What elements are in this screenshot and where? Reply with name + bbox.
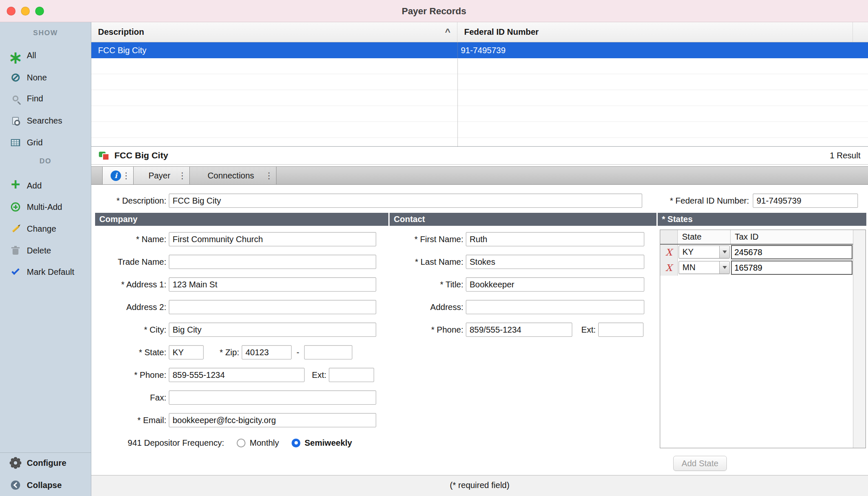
states-column-taxid[interactable]: Tax ID	[731, 230, 853, 244]
contact-phone-input[interactable]	[466, 323, 572, 337]
titlebar: Payer Records	[0, 0, 868, 22]
radio-monthly-label[interactable]: Monthly	[250, 438, 279, 448]
sidebar-item-grid[interactable]: Grid	[0, 134, 91, 151]
address2-input[interactable]	[169, 300, 376, 314]
sidebar-item-configure[interactable]: Configure	[0, 455, 91, 471]
delete-state-icon	[666, 263, 672, 273]
contact-address-label: Address:	[390, 302, 463, 312]
trash-icon	[9, 244, 22, 257]
column-label: Description	[98, 27, 144, 37]
section-header-states: * States	[658, 213, 866, 226]
collapse-icon	[9, 479, 22, 491]
zip-input[interactable]	[242, 345, 292, 359]
record-summary-bar: FCC Big City 1 Result	[91, 147, 868, 165]
title-input[interactable]	[466, 277, 644, 292]
sidebar-item-label: Change	[27, 224, 56, 234]
sidebar-item-add[interactable]: Add	[0, 177, 91, 194]
column-divider	[457, 42, 458, 146]
table-row-empty	[91, 138, 868, 147]
sidebar-item-label: Delete	[27, 246, 51, 256]
contact-ext-input[interactable]	[598, 323, 643, 337]
sidebar-item-label: Mark Default	[27, 267, 74, 277]
first-name-input[interactable]	[466, 232, 644, 246]
sidebar-item-label: None	[27, 73, 47, 83]
email-input[interactable]	[169, 413, 376, 427]
radio-monthly[interactable]	[237, 439, 245, 447]
section-header-contact: Contact	[390, 213, 656, 226]
trade-name-label: Trade Name:	[95, 257, 166, 267]
tax-id-input[interactable]	[731, 261, 852, 275]
none-icon	[9, 71, 22, 84]
address2-label: Address 2:	[95, 302, 166, 312]
cell-federal-id: 91-7495739	[457, 46, 868, 55]
info-segment[interactable]: i ⋮	[102, 167, 133, 184]
state-select[interactable]: MN	[679, 261, 730, 274]
table-row-empty	[91, 58, 868, 74]
sidebar-item-none[interactable]: None	[0, 69, 91, 86]
menu-dots-icon[interactable]: ⋮	[265, 170, 273, 181]
radio-semiweekly-label[interactable]: Semiweekly	[305, 438, 352, 448]
states-scrollbar[interactable]	[853, 230, 865, 448]
sidebar-item-mark-default[interactable]: Mark Default	[0, 264, 91, 280]
tab-bar: i ⋮ Payer ⋮ Connections ⋮	[91, 166, 868, 185]
company-phone-input[interactable]	[169, 368, 305, 382]
states-delete-column-header	[660, 230, 678, 244]
tax-id-input[interactable]	[731, 245, 852, 259]
delete-state-button[interactable]	[660, 260, 678, 276]
column-header-description[interactable]: Description ^	[91, 22, 457, 42]
sidebar-item-find[interactable]: Find	[0, 90, 91, 107]
grid-icon	[9, 136, 22, 149]
sidebar-item-searches[interactable]: Searches	[0, 112, 91, 129]
tab-label: Payer	[148, 171, 170, 181]
info-icon[interactable]: i	[111, 170, 121, 181]
column-header-spacer	[853, 22, 868, 42]
fax-label: Fax:	[95, 393, 166, 403]
sidebar-item-label: Collapse	[27, 480, 62, 490]
zip4-input[interactable]	[304, 345, 352, 359]
sidebar-item-collapse[interactable]: Collapse	[0, 477, 91, 493]
tab-connections[interactable]: Connections ⋮	[189, 167, 276, 184]
states-column-state[interactable]: State	[678, 230, 731, 244]
company-ext-label: Ext:	[305, 370, 326, 380]
city-input[interactable]	[169, 323, 376, 337]
company-section: * Name: Trade Name: * Address 1: Address…	[95, 232, 391, 458]
trade-name-input[interactable]	[169, 255, 376, 269]
state-select[interactable]: KY	[679, 245, 730, 258]
payer-record-icon	[99, 151, 109, 160]
sort-ascending-icon: ^	[445, 27, 450, 38]
fax-input[interactable]	[169, 390, 376, 405]
state-select-value: KY	[679, 247, 719, 257]
delete-state-icon	[666, 247, 672, 258]
sidebar-item-multi-add[interactable]: Multi-Add	[0, 199, 91, 215]
add-state-button[interactable]: Add State	[673, 456, 727, 471]
company-ext-input[interactable]	[329, 368, 374, 382]
delete-state-button[interactable]	[660, 245, 678, 260]
contact-address-input[interactable]	[466, 300, 644, 314]
asterisk-icon	[9, 49, 22, 62]
sidebar-item-delete[interactable]: Delete	[0, 242, 91, 259]
sidebar-item-label: Add	[27, 181, 42, 191]
chevron-down-icon[interactable]	[719, 246, 729, 258]
sidebar-item-change[interactable]: Change	[0, 220, 91, 237]
menu-dots-icon[interactable]: ⋮	[178, 170, 186, 181]
last-name-input[interactable]	[466, 255, 644, 269]
menu-dots-icon[interactable]: ⋮	[122, 170, 130, 181]
column-header-federal-id[interactable]: Federal ID Number	[457, 22, 853, 42]
table-row-empty	[91, 74, 868, 90]
name-input[interactable]	[169, 232, 376, 246]
tab-payer[interactable]: Payer ⋮	[133, 167, 189, 184]
chevron-down-icon[interactable]	[719, 261, 729, 274]
company-phone-label: * Phone:	[95, 370, 166, 380]
state-row: MN	[660, 260, 853, 276]
description-input[interactable]	[169, 194, 642, 208]
federal-id-input[interactable]	[753, 194, 858, 208]
name-label: * Name:	[95, 235, 166, 244]
state-input[interactable]	[169, 345, 204, 359]
tab-bar-spacer	[91, 167, 102, 184]
last-name-label: * Last Name:	[390, 257, 463, 267]
sidebar-item-all[interactable]: All	[0, 47, 91, 64]
radio-semiweekly[interactable]	[292, 439, 300, 447]
table-row-selected[interactable]: FCC Big City 91-7495739	[91, 42, 868, 58]
sidebar-section-show: SHOW	[0, 29, 91, 37]
address1-input[interactable]	[169, 277, 376, 292]
